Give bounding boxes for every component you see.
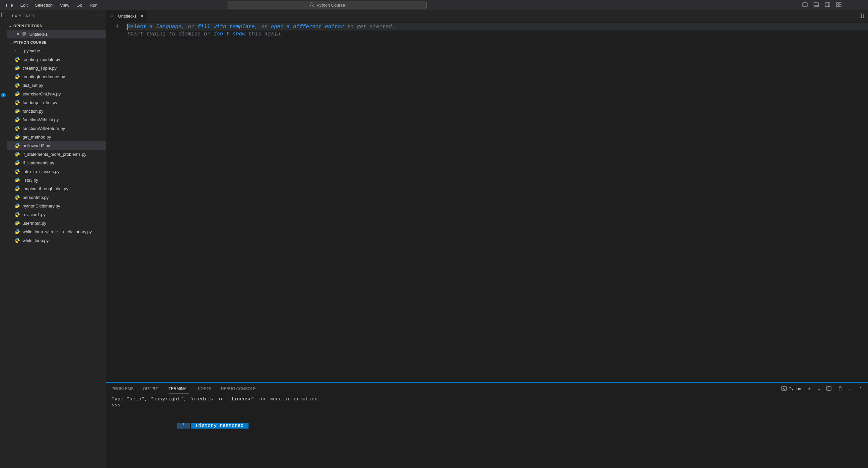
file-item[interactable]: creating_Tuple.py (7, 64, 106, 72)
dont-show-link[interactable]: don't show (213, 31, 245, 37)
file-item[interactable]: function.py (7, 107, 106, 115)
open-editor-link[interactable]: open a different editor (271, 24, 344, 30)
python-file-icon (14, 229, 20, 234)
layout-panel-right-icon[interactable] (825, 2, 830, 8)
editor-body[interactable]: 1 Select a language, or fill with templa… (106, 22, 868, 382)
python-file-icon (14, 65, 20, 71)
kill-terminal-icon[interactable] (837, 386, 843, 392)
file-item[interactable]: intro_to_classes.py (7, 167, 106, 176)
file-item[interactable]: userInput.py (7, 219, 106, 227)
python-file-icon (14, 212, 20, 217)
file-label: pythonDictionary.py (23, 203, 60, 208)
svg-rect-11 (839, 5, 841, 7)
nav-arrows: ← → (200, 2, 218, 8)
explorer-icon[interactable] (1, 12, 5, 17)
explorer-title: EXPLORER (12, 14, 34, 18)
panel-more-icon[interactable]: ··· (849, 386, 853, 392)
open-editors-section[interactable]: ⌄ OPEN EDITORS (7, 22, 106, 30)
split-editor-right-icon[interactable] (855, 10, 868, 22)
file-label: creatingInheritance.py (23, 74, 65, 79)
svg-rect-4 (814, 3, 818, 7)
close-icon[interactable]: × (141, 13, 143, 19)
menu-run[interactable]: Run (86, 1, 101, 9)
panel-tab-terminal[interactable]: TERMINAL (168, 385, 189, 394)
svg-point-0 (310, 3, 313, 6)
file-label: dict_set.py (23, 83, 43, 88)
panel-tab-output[interactable]: OUTPUT (143, 385, 159, 393)
file-item[interactable]: functionWithList.py (7, 115, 106, 124)
python-file-icon (14, 126, 20, 131)
file-item[interactable]: creatingInheritance.py (7, 72, 106, 81)
layout-panel-left-icon[interactable] (802, 2, 808, 8)
python-file-icon (14, 177, 20, 182)
terminal-body[interactable]: Type "help", "copyright", "credits" or "… (106, 395, 868, 468)
project-section[interactable]: ⌄ PYTHON COURSE (7, 38, 106, 46)
split-terminal-icon[interactable] (826, 386, 832, 392)
maximize-panel-icon[interactable]: ⌃ (859, 386, 863, 392)
menu-selection[interactable]: Selection (32, 1, 56, 9)
svg-rect-9 (839, 3, 841, 4)
file-item[interactable]: dict_set.py (7, 81, 106, 90)
file-label: personInfo.py (23, 195, 49, 200)
file-item[interactable]: creating_module.py (7, 55, 106, 64)
file-item[interactable]: while_loop.py (7, 236, 106, 245)
menu-file[interactable]: File (3, 1, 16, 9)
file-item[interactable]: helloworld2.py (7, 141, 106, 150)
fill-template-link[interactable]: fill with template (197, 24, 255, 30)
terminal-line: Type "help", "copyright", "credits" or "… (112, 396, 863, 403)
file-icon (110, 13, 116, 19)
command-center-label: Python Course (316, 3, 345, 8)
panel-tab-problems[interactable]: PROBLEMS (112, 385, 134, 393)
file-item[interactable]: If_statements.py (7, 159, 106, 167)
nav-back-icon[interactable]: ← (200, 2, 206, 8)
open-editor-item[interactable]: × Untitled-1 (7, 30, 106, 38)
panel-tab-ports[interactable]: PORTS (198, 385, 212, 393)
file-item[interactable]: exerciserOnList4.py (7, 90, 106, 98)
file-item[interactable]: lists3.py (7, 176, 106, 184)
svg-rect-8 (836, 3, 838, 4)
terminal-profile-label: Python (789, 387, 801, 391)
nav-forward-icon[interactable]: → (212, 2, 218, 8)
file-item[interactable]: while_loop_with_list_n_dictionary.py (7, 227, 106, 236)
open-editor-name: Untitled-1 (29, 32, 48, 37)
folder-item[interactable]: ›__pycache__ (7, 46, 106, 55)
file-item[interactable]: for_loop_in_list.py (7, 98, 106, 107)
file-item[interactable]: get_method.py (7, 133, 106, 141)
file-label: get_method.py (23, 135, 51, 139)
select-language-link[interactable]: Select a language (127, 24, 182, 30)
file-item[interactable]: functionWithReturn.py (7, 124, 106, 133)
file-label: while_loop_with_list_n_dictionary.py (23, 229, 92, 234)
file-item[interactable]: pythonDictionary.py (7, 202, 106, 210)
svg-rect-10 (836, 5, 838, 7)
menu-view[interactable]: View (57, 1, 73, 9)
menu-edit[interactable]: Edit (17, 1, 31, 9)
placeholder-text: this again. (245, 31, 283, 37)
svg-rect-6 (825, 3, 830, 7)
search-icon (309, 2, 315, 8)
file-item[interactable]: looping_through_dict.py (7, 184, 106, 193)
file-icon (22, 32, 27, 36)
tab-untitled[interactable]: Untitled-1 × (106, 10, 148, 22)
panel-tab-debug-console[interactable]: DEBUG CONSOLE (221, 385, 256, 393)
file-label: functionWithReturn.py (23, 126, 65, 131)
file-item[interactable]: if_statements_more_problems.py (7, 150, 106, 159)
customize-layout-icon[interactable] (836, 2, 841, 8)
terminal-dropdown-icon[interactable]: ⌄ (817, 387, 820, 391)
window-minimize-icon[interactable] (861, 5, 865, 5)
file-label: lists3.py (23, 178, 38, 182)
svg-rect-2 (803, 3, 807, 7)
python-file-icon (14, 186, 20, 191)
chevron-down-icon: ⌄ (9, 24, 12, 28)
command-center[interactable]: Python Course (228, 1, 427, 9)
file-item[interactable]: revision1.py (7, 210, 106, 219)
explorer-more-icon[interactable]: ··· (95, 13, 101, 19)
code-content[interactable]: Select a language, or fill with template… (127, 23, 868, 382)
file-label: helloworld2.py (23, 143, 50, 148)
new-terminal-icon[interactable]: ＋ (807, 386, 812, 392)
terminal-profile[interactable]: Python (781, 386, 801, 392)
python-file-icon (14, 195, 20, 200)
layout-panel-bottom-icon[interactable] (814, 2, 819, 8)
file-item[interactable]: personInfo.py (7, 193, 106, 202)
menu-go[interactable]: Go (73, 1, 86, 9)
close-icon[interactable]: × (17, 32, 19, 37)
